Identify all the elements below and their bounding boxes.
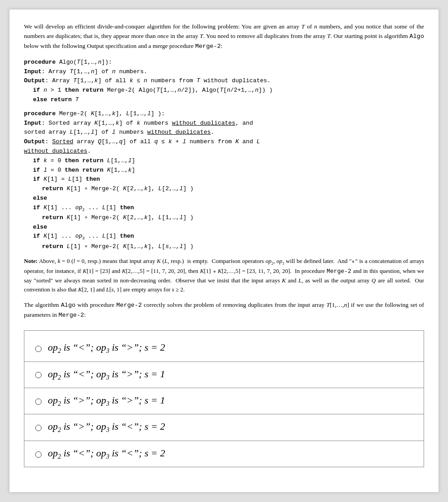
option-label-2: op2 is “<”; op3 is “>”; s = 1 (48, 368, 165, 381)
page: We will develop an efficient divide-and-… (9, 9, 439, 493)
intro-paragraph: We will develop an efficient divide-and-… (24, 22, 424, 52)
option-label-5: op2 is “<”; op3 is “<”; s = 2 (48, 447, 165, 460)
radio-5[interactable] (35, 451, 42, 458)
conclusion-paragraph: The algorithm Algo with procedure Merge-… (24, 300, 424, 320)
option-label-1: op2 is “<”; op3 is “>”; s = 2 (48, 342, 165, 355)
option-row-4[interactable]: op2 is “>”; op3 is “<”; s = 2 (24, 414, 424, 441)
radio-2[interactable] (35, 372, 42, 378)
option-label-3: op2 is “>”; op3 is “>”; s = 1 (48, 394, 165, 408)
note-paragraph: Note: Above, k = 0 (l = 0, resp.) means … (24, 257, 424, 294)
option-row-2[interactable]: op2 is “<”; op3 is “>”; s = 1 (24, 362, 424, 388)
radio-1[interactable] (35, 346, 42, 352)
option-row-1[interactable]: op2 is “<”; op3 is “>”; s = 2 (24, 335, 424, 361)
algo-procedure: procedure Algo(T[1,…,n]): Input: Array T… (24, 58, 424, 105)
radio-3[interactable] (35, 399, 42, 405)
option-label-4: op2 is “>”; op3 is “<”; s = 2 (48, 421, 165, 434)
option-row-5[interactable]: op2 is “<”; op3 is “<”; s = 2 (24, 441, 424, 467)
radio-4[interactable] (35, 425, 42, 431)
merge2-procedure: procedure Merge-2( K[1,…,k], L[1,…,l] ):… (24, 109, 424, 252)
options-container: op2 is “<”; op3 is “>”; s = 2 op2 is “<”… (24, 330, 424, 467)
option-row-3[interactable]: op2 is “>”; op3 is “>”; s = 1 (24, 388, 424, 414)
